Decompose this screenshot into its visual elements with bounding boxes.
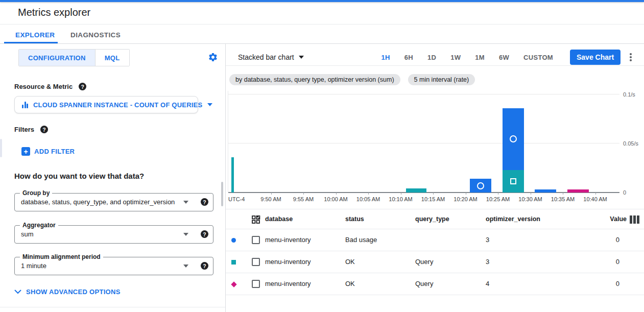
time-range-1w[interactable]: 1W (450, 54, 461, 61)
help-icon[interactable]: ? (201, 198, 208, 206)
time-range-6h[interactable]: 6H (404, 54, 413, 61)
cell-status: OK (345, 251, 355, 273)
column-header-value[interactable]: Value (610, 209, 627, 229)
row-checkbox[interactable] (252, 258, 260, 266)
group-by-field[interactable]: Group by database, status, query_type, a… (14, 193, 213, 211)
resource-metric-section: Resource & Metric ? (14, 83, 86, 90)
help-icon[interactable]: ? (79, 83, 86, 90)
aggregator-value: sum (21, 226, 34, 243)
chart-type-label: Stacked bar chart (238, 53, 294, 61)
chart-bar-segment[interactable] (406, 188, 427, 193)
y-axis-label: 0.05/s (623, 140, 638, 147)
interval-chip: 5 min interval (rate) (408, 74, 475, 85)
column-header-status[interactable]: status (345, 209, 364, 229)
filters-label: Filters (14, 126, 34, 133)
cell-database: menu-inventory (265, 229, 311, 251)
add-filter-button[interactable]: + ADD FILTER (21, 147, 75, 156)
x-tick (531, 193, 531, 195)
table-row[interactable]: menu-inventoryOKQuery30 (226, 251, 644, 273)
row-checkbox[interactable] (252, 280, 260, 288)
x-tick (368, 193, 369, 195)
metric-selector[interactable]: CLOUD SPANNER INSTANCE - COUNT OF QUERIE… (14, 96, 198, 113)
alignment-period-field[interactable]: Minimum alignment period 1 minute ? (14, 257, 213, 275)
column-header-optimizer-version[interactable]: optimizer_version (486, 209, 540, 229)
overflow-menu-icon[interactable] (627, 53, 634, 62)
settings-gear-icon[interactable] (208, 52, 218, 62)
legend-table-header: database status query_type optimizer_ver… (226, 209, 644, 229)
view-data-heading: How do you want to view that data? (14, 172, 144, 180)
chart-bar-segment[interactable] (535, 189, 556, 193)
gridline (228, 94, 619, 94)
cell-status: OK (345, 273, 355, 295)
column-header-database[interactable]: database (265, 209, 293, 229)
row-checkbox[interactable] (252, 236, 260, 244)
plus-icon: + (21, 147, 30, 156)
time-range-1m[interactable]: 1M (475, 54, 485, 61)
chevron-down-icon (183, 233, 188, 236)
time-range-1d[interactable]: 1D (427, 54, 436, 61)
cell-optimizer-version: 3 (486, 229, 489, 251)
configuration-toggle[interactable]: CONFIGURATION (19, 50, 95, 66)
chart-bar-segment[interactable] (503, 170, 524, 193)
cell-value: 0 (616, 251, 619, 273)
toolbar-divider (226, 65, 644, 66)
x-axis-label: 10:10 AM (389, 196, 412, 202)
chevron-down-icon (207, 103, 212, 106)
resource-metric-label: Resource & Metric (14, 83, 73, 90)
time-range-custom[interactable]: CUSTOM (523, 54, 553, 61)
y-axis-label: 0 (623, 189, 626, 196)
x-axis-label: 10:20 AM (454, 196, 477, 202)
x-tick (595, 193, 596, 195)
panel-scrollbar-thumb[interactable] (221, 182, 223, 206)
header-divider (0, 24, 644, 25)
chart-type-dropdown[interactable]: Stacked bar chart (238, 53, 304, 61)
help-icon[interactable]: ? (40, 126, 48, 133)
help-icon[interactable]: ? (201, 262, 208, 270)
tab-diagnostics[interactable]: DIAGNOSTICS (70, 31, 121, 39)
square-marker-icon (510, 178, 516, 184)
x-axis-label: 10:05 AM (356, 196, 380, 202)
left-scrollbar-thumb[interactable] (0, 139, 2, 157)
x-axis-label: 10:00 AM (324, 196, 347, 202)
tab-explorer[interactable]: EXPLORER (15, 31, 55, 39)
editor-mode-toggle: CONFIGURATION MQL (18, 49, 130, 66)
cell-query-type: Query (415, 251, 433, 273)
time-range-group: 1H6H1D1W1M6WCUSTOM (381, 54, 553, 61)
top-accent-bar (0, 0, 644, 2)
chart-bar-segment[interactable] (503, 108, 524, 170)
show-advanced-options[interactable]: SHOW ADVANCED OPTIONS (14, 288, 121, 296)
tabbar-divider (0, 43, 644, 44)
time-range-6w[interactable]: 6W (499, 54, 509, 61)
chevron-down-icon (183, 265, 188, 268)
select-all-icon[interactable] (251, 215, 260, 224)
x-tick (433, 193, 434, 195)
chart-bar-segment[interactable] (567, 189, 589, 193)
column-header-query-type[interactable]: query_type (415, 209, 449, 229)
show-advanced-options-label: SHOW ADVANCED OPTIONS (26, 288, 121, 296)
timezone-label: UTC-4 (228, 196, 245, 202)
chevron-down-icon (183, 201, 188, 204)
help-icon[interactable]: ? (201, 230, 208, 238)
x-tick (401, 193, 401, 195)
time-range-1h[interactable]: 1H (381, 54, 390, 61)
metrics-explorer-screen: Metrics explorer EXPLORER DIAGNOSTICS CO… (0, 0, 644, 312)
y-axis-label: 0.1/s (623, 91, 635, 98)
cell-value: 0 (616, 229, 619, 251)
circle-marker-icon (510, 135, 517, 142)
save-chart-button[interactable]: Save Chart (570, 50, 621, 65)
chart-bar-segment[interactable] (231, 157, 234, 193)
x-tick (498, 193, 498, 195)
chart-bar-segment[interactable] (470, 179, 491, 193)
x-tick (303, 193, 304, 195)
cell-database: menu-inventory (265, 251, 311, 273)
table-row[interactable]: menu-inventoryBad usage30 (226, 229, 644, 251)
chart-plot: UTC-4 9:50 AM9:55 AM10:00 AM10:05 AM10:1… (228, 91, 619, 193)
mql-toggle[interactable]: MQL (95, 50, 129, 66)
series-marker-icon (231, 260, 236, 265)
circle-marker-icon (477, 182, 484, 189)
table-row[interactable]: menu-inventoryOKQuery40 (226, 273, 644, 295)
x-tick (563, 193, 563, 195)
group-by-value: database, status, query_type, and optimi… (21, 194, 175, 211)
aggregator-field[interactable]: Aggregator sum ? (14, 225, 213, 244)
columns-icon[interactable] (630, 215, 639, 224)
